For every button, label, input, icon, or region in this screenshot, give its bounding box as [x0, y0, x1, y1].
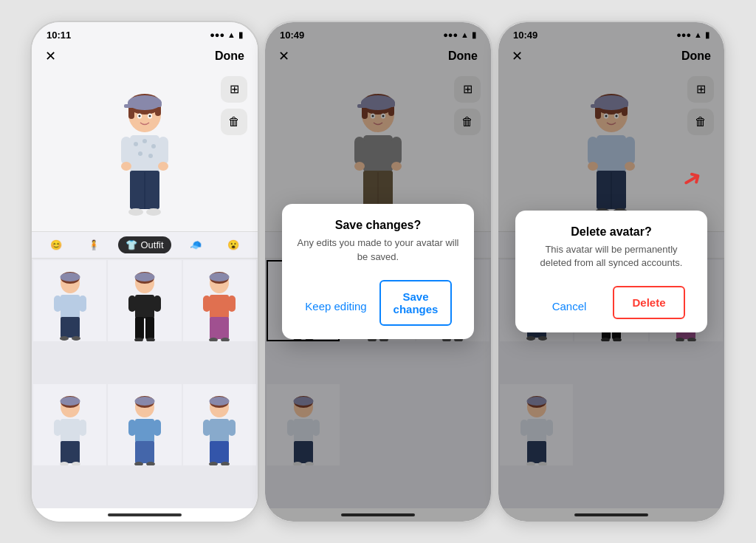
screens-container: 10:11 ●●● ▲ ▮ ✕ Done ⊞ 🗑: [30, 21, 726, 523]
svg-rect-50: [210, 317, 229, 339]
svg-point-12: [134, 142, 138, 146]
outfit-grid-1: [32, 259, 258, 508]
delete-dialog-body: This avatar will be permanently deleted …: [529, 243, 694, 270]
svg-rect-37: [135, 295, 154, 318]
delete-confirm-button[interactable]: Delete: [613, 286, 685, 319]
svg-rect-47: [210, 295, 229, 318]
cancel-button[interactable]: Cancel: [535, 286, 604, 327]
save-changes-button[interactable]: Save changes: [379, 280, 452, 326]
tab-hat-1[interactable]: 🧢: [182, 236, 209, 253]
side-buttons-1: ⊞ 🗑: [221, 76, 247, 135]
save-dialog-title: Save changes?: [295, 219, 461, 232]
svg-point-16: [148, 154, 153, 158]
svg-point-19: [121, 162, 131, 171]
keep-editing-button[interactable]: Keep editing: [301, 280, 371, 333]
done-button-1[interactable]: Done: [215, 49, 244, 63]
svg-rect-65: [135, 419, 154, 443]
home-bar-1: [108, 513, 182, 516]
svg-rect-77: [210, 441, 229, 463]
svg-point-9: [139, 115, 141, 117]
save-dialog-overlay: Save changes? Any edits you made to your…: [265, 22, 491, 522]
svg-rect-41: [145, 317, 154, 339]
tab-expression-1[interactable]: 😮: [220, 236, 247, 253]
avatar-svg-1: [108, 91, 182, 231]
svg-rect-76: [228, 420, 236, 436]
tab-face-1[interactable]: 😊: [43, 236, 69, 253]
svg-point-23: [128, 208, 143, 216]
svg-rect-49: [228, 296, 236, 312]
svg-point-55: [60, 397, 80, 406]
svg-rect-18: [158, 137, 168, 165]
svg-point-36: [134, 273, 154, 281]
svg-rect-58: [79, 420, 86, 436]
preview-button-1[interactable]: ⊞: [221, 76, 247, 103]
svg-point-14: [151, 144, 156, 148]
battery-icon: ▮: [238, 30, 243, 40]
home-indicator-1: [32, 508, 258, 522]
delete-dialog-box: Delete avatar? This avatar will be perma…: [515, 211, 707, 332]
svg-rect-56: [61, 419, 80, 443]
svg-rect-30: [79, 296, 86, 312]
svg-rect-17: [121, 137, 131, 165]
svg-point-10: [149, 115, 151, 117]
outfit-label-1: Outfit: [140, 239, 163, 250]
avatar-area-1: ⊞ 🗑: [32, 69, 258, 231]
svg-rect-6: [124, 104, 134, 108]
svg-rect-57: [54, 420, 61, 436]
status-icons-1: ●●● ▲ ▮: [210, 30, 243, 40]
delete-dialog-overlay: Delete avatar? This avatar will be perma…: [498, 22, 724, 522]
delete-dialog-title: Delete avatar?: [529, 225, 694, 239]
outfit-icon-1: 👕: [126, 239, 137, 250]
phone-screen-2: 10:49 ●●● ▲ ▮ ✕ Done ⊞ 🗑: [264, 21, 492, 523]
outfit-cell-4[interactable]: [33, 384, 106, 465]
tab-body-1[interactable]: 🧍: [80, 236, 107, 253]
signal-icon: ●●●: [210, 30, 224, 39]
svg-rect-59: [61, 441, 80, 463]
tab-outfit-1[interactable]: 👕 Outfit: [118, 236, 171, 253]
outfit-cell-6[interactable]: [183, 384, 256, 465]
svg-point-32: [60, 336, 69, 341]
outfit-cell-3[interactable]: [183, 260, 256, 341]
svg-rect-31: [61, 317, 80, 338]
svg-point-27: [60, 273, 80, 281]
svg-point-15: [138, 151, 142, 156]
svg-rect-48: [203, 296, 210, 312]
close-button-1[interactable]: ✕: [45, 48, 56, 64]
outfit-cell-5[interactable]: [108, 384, 181, 465]
outfit-cell-2[interactable]: [108, 260, 181, 341]
phone-screen-3: 10:49 ●●● ▲ ▮ ✕ Done ⊞ 🗑 ➜: [497, 21, 726, 523]
save-dialog-actions: Keep editing Save changes: [295, 274, 461, 339]
avatar-figure-1: [104, 83, 185, 231]
svg-rect-66: [128, 420, 136, 436]
time-1: 10:11: [47, 30, 71, 41]
svg-rect-75: [203, 420, 210, 436]
svg-rect-68: [135, 441, 154, 463]
save-dialog-box: Save changes? Any edits you made to your…: [282, 204, 474, 338]
svg-rect-74: [210, 419, 229, 443]
svg-point-46: [210, 273, 230, 281]
svg-point-73: [210, 397, 230, 406]
svg-rect-28: [61, 295, 80, 318]
svg-point-64: [134, 397, 154, 406]
save-dialog-body: Any edits you made to your avatar will b…: [295, 236, 461, 263]
phone-screen-1: 10:11 ●●● ▲ ▮ ✕ Done ⊞ 🗑: [30, 21, 259, 523]
svg-rect-29: [54, 296, 61, 312]
svg-rect-39: [154, 296, 161, 312]
wifi-icon: ▲: [227, 30, 236, 39]
svg-point-13: [142, 139, 147, 143]
bottom-tabs-1: 😊 🧍 👕 Outfit 🧢 😮: [32, 231, 258, 259]
svg-point-33: [72, 336, 80, 341]
svg-point-24: [146, 208, 161, 216]
svg-rect-38: [128, 296, 136, 312]
svg-rect-67: [154, 420, 161, 436]
delete-button-1[interactable]: 🗑: [221, 109, 247, 135]
svg-rect-40: [135, 317, 144, 339]
delete-dialog-actions: Cancel Delete: [529, 280, 694, 332]
outfit-cell-1[interactable]: [33, 260, 106, 341]
status-bar-1: 10:11 ●●● ▲ ▮: [32, 22, 258, 44]
svg-point-20: [158, 162, 168, 171]
nav-bar-1: ✕ Done: [32, 44, 258, 69]
